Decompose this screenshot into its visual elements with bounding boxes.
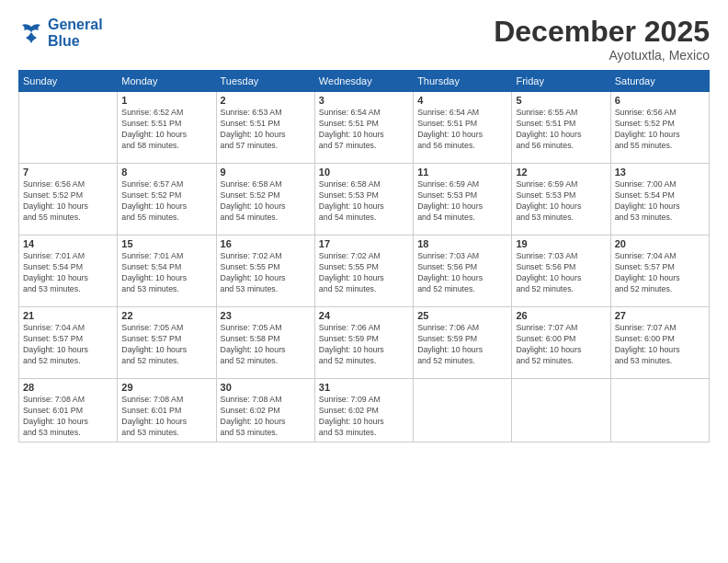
calendar-week-row: 1Sunrise: 6:52 AM Sunset: 5:51 PM Daylig… xyxy=(19,92,710,164)
logo: General Blue xyxy=(18,17,103,49)
cell-info: Sunrise: 7:09 AM Sunset: 6:02 PM Dayligh… xyxy=(319,395,409,439)
day-number: 21 xyxy=(23,310,113,321)
day-number: 25 xyxy=(417,310,507,321)
cell-info: Sunrise: 7:05 AM Sunset: 5:57 PM Dayligh… xyxy=(121,323,211,367)
cell-info: Sunrise: 7:03 AM Sunset: 5:56 PM Dayligh… xyxy=(516,251,606,295)
day-number: 14 xyxy=(23,238,113,249)
day-number: 6 xyxy=(615,95,705,106)
cell-info: Sunrise: 7:01 AM Sunset: 5:54 PM Dayligh… xyxy=(23,251,113,295)
cell-info: Sunrise: 7:00 AM Sunset: 5:54 PM Dayligh… xyxy=(615,179,705,224)
day-number: 29 xyxy=(121,382,211,393)
day-number: 5 xyxy=(516,95,606,106)
calendar-week-row: 7Sunrise: 6:56 AM Sunset: 5:52 PM Daylig… xyxy=(19,164,710,236)
day-number: 12 xyxy=(516,167,606,178)
calendar-cell: 28Sunrise: 7:08 AM Sunset: 6:01 PM Dayli… xyxy=(19,379,118,442)
calendar-cell: 27Sunrise: 7:07 AM Sunset: 6:00 PM Dayli… xyxy=(610,307,709,379)
cell-info: Sunrise: 7:05 AM Sunset: 5:58 PM Dayligh… xyxy=(221,323,311,367)
day-number: 11 xyxy=(417,167,507,178)
day-number: 22 xyxy=(121,310,211,321)
calendar-cell xyxy=(19,92,118,164)
calendar-cell: 20Sunrise: 7:04 AM Sunset: 5:57 PM Dayli… xyxy=(610,236,709,307)
calendar-cell: 13Sunrise: 7:00 AM Sunset: 5:54 PM Dayli… xyxy=(610,164,709,236)
day-number: 10 xyxy=(319,167,409,178)
calendar-cell: 5Sunrise: 6:55 AM Sunset: 5:51 PM Daylig… xyxy=(512,92,610,164)
cell-info: Sunrise: 6:56 AM Sunset: 5:52 PM Dayligh… xyxy=(615,108,705,152)
cell-info: Sunrise: 7:04 AM Sunset: 5:57 PM Dayligh… xyxy=(23,323,113,367)
calendar-week-row: 14Sunrise: 7:01 AM Sunset: 5:54 PM Dayli… xyxy=(19,236,710,307)
cell-info: Sunrise: 6:52 AM Sunset: 5:51 PM Dayligh… xyxy=(121,108,211,152)
calendar-cell: 25Sunrise: 7:06 AM Sunset: 5:59 PM Dayli… xyxy=(414,307,512,379)
weekday-header: Saturday xyxy=(610,71,709,92)
cell-info: Sunrise: 7:07 AM Sunset: 6:00 PM Dayligh… xyxy=(615,323,705,367)
title-block: December 2025 Ayotuxtla, Mexico xyxy=(494,17,710,63)
cell-info: Sunrise: 6:57 AM Sunset: 5:52 PM Dayligh… xyxy=(121,179,211,224)
cell-info: Sunrise: 7:08 AM Sunset: 6:01 PM Dayligh… xyxy=(121,395,211,439)
month-title: December 2025 xyxy=(494,17,710,46)
day-number: 17 xyxy=(319,238,409,249)
day-number: 24 xyxy=(319,310,409,321)
day-number: 1 xyxy=(121,95,211,106)
calendar-week-row: 28Sunrise: 7:08 AM Sunset: 6:01 PM Dayli… xyxy=(19,379,710,442)
header: General Blue December 2025 Ayotuxtla, Me… xyxy=(18,17,710,63)
calendar-cell: 19Sunrise: 7:03 AM Sunset: 5:56 PM Dayli… xyxy=(512,236,610,307)
calendar-cell: 29Sunrise: 7:08 AM Sunset: 6:01 PM Dayli… xyxy=(118,379,216,442)
weekday-header: Sunday xyxy=(19,71,118,92)
location: Ayotuxtla, Mexico xyxy=(494,48,710,63)
calendar-cell: 17Sunrise: 7:02 AM Sunset: 5:55 PM Dayli… xyxy=(314,236,413,307)
cell-info: Sunrise: 6:55 AM Sunset: 5:51 PM Dayligh… xyxy=(516,108,606,152)
weekday-header-row: SundayMondayTuesdayWednesdayThursdayFrid… xyxy=(19,71,710,92)
calendar-cell: 3Sunrise: 6:54 AM Sunset: 5:51 PM Daylig… xyxy=(314,92,413,164)
calendar-cell: 23Sunrise: 7:05 AM Sunset: 5:58 PM Dayli… xyxy=(216,307,314,379)
day-number: 27 xyxy=(615,310,705,321)
weekday-header: Monday xyxy=(118,71,216,92)
calendar-cell: 30Sunrise: 7:08 AM Sunset: 6:02 PM Dayli… xyxy=(216,379,314,442)
calendar-cell: 7Sunrise: 6:56 AM Sunset: 5:52 PM Daylig… xyxy=(19,164,118,236)
calendar-week-row: 21Sunrise: 7:04 AM Sunset: 5:57 PM Dayli… xyxy=(19,307,710,379)
calendar-cell xyxy=(610,379,709,442)
day-number: 18 xyxy=(417,238,507,249)
day-number: 28 xyxy=(23,382,113,393)
calendar-cell: 14Sunrise: 7:01 AM Sunset: 5:54 PM Dayli… xyxy=(19,236,118,307)
calendar-cell: 10Sunrise: 6:58 AM Sunset: 5:53 PM Dayli… xyxy=(314,164,413,236)
cell-info: Sunrise: 6:54 AM Sunset: 5:51 PM Dayligh… xyxy=(319,108,409,152)
weekday-header: Thursday xyxy=(414,71,512,92)
day-number: 19 xyxy=(516,238,606,249)
day-number: 8 xyxy=(121,167,211,178)
calendar-cell: 31Sunrise: 7:09 AM Sunset: 6:02 PM Dayli… xyxy=(314,379,413,442)
day-number: 16 xyxy=(221,238,311,249)
cell-info: Sunrise: 7:02 AM Sunset: 5:55 PM Dayligh… xyxy=(319,251,409,295)
calendar-cell: 12Sunrise: 6:59 AM Sunset: 5:53 PM Dayli… xyxy=(512,164,610,236)
cell-info: Sunrise: 6:54 AM Sunset: 5:51 PM Dayligh… xyxy=(417,108,507,152)
cell-info: Sunrise: 7:08 AM Sunset: 6:02 PM Dayligh… xyxy=(221,395,311,439)
calendar-cell: 1Sunrise: 6:52 AM Sunset: 5:51 PM Daylig… xyxy=(118,92,216,164)
calendar: SundayMondayTuesdayWednesdayThursdayFrid… xyxy=(18,70,710,442)
cell-info: Sunrise: 7:02 AM Sunset: 5:55 PM Dayligh… xyxy=(221,251,311,295)
calendar-cell: 4Sunrise: 6:54 AM Sunset: 5:51 PM Daylig… xyxy=(414,92,512,164)
calendar-cell: 26Sunrise: 7:07 AM Sunset: 6:00 PM Dayli… xyxy=(512,307,610,379)
cell-info: Sunrise: 6:58 AM Sunset: 5:53 PM Dayligh… xyxy=(319,179,409,224)
day-number: 9 xyxy=(221,167,311,178)
cell-info: Sunrise: 7:03 AM Sunset: 5:56 PM Dayligh… xyxy=(417,251,507,295)
calendar-cell xyxy=(512,379,610,442)
cell-info: Sunrise: 7:06 AM Sunset: 5:59 PM Dayligh… xyxy=(417,323,507,367)
cell-info: Sunrise: 7:06 AM Sunset: 5:59 PM Dayligh… xyxy=(319,323,409,367)
cell-info: Sunrise: 6:58 AM Sunset: 5:52 PM Dayligh… xyxy=(221,179,311,224)
calendar-cell: 6Sunrise: 6:56 AM Sunset: 5:52 PM Daylig… xyxy=(610,92,709,164)
cell-info: Sunrise: 6:59 AM Sunset: 5:53 PM Dayligh… xyxy=(417,179,507,224)
day-number: 26 xyxy=(516,310,606,321)
cell-info: Sunrise: 6:56 AM Sunset: 5:52 PM Dayligh… xyxy=(23,179,113,224)
day-number: 13 xyxy=(615,167,705,178)
weekday-header: Tuesday xyxy=(216,71,314,92)
weekday-header: Friday xyxy=(512,71,610,92)
cell-info: Sunrise: 7:07 AM Sunset: 6:00 PM Dayligh… xyxy=(516,323,606,367)
day-number: 7 xyxy=(23,167,113,178)
cell-info: Sunrise: 7:04 AM Sunset: 5:57 PM Dayligh… xyxy=(615,251,705,295)
cell-info: Sunrise: 7:01 AM Sunset: 5:54 PM Dayligh… xyxy=(121,251,211,295)
day-number: 20 xyxy=(615,238,705,249)
calendar-cell: 2Sunrise: 6:53 AM Sunset: 5:51 PM Daylig… xyxy=(216,92,314,164)
calendar-cell: 11Sunrise: 6:59 AM Sunset: 5:53 PM Dayli… xyxy=(414,164,512,236)
cell-info: Sunrise: 6:53 AM Sunset: 5:51 PM Dayligh… xyxy=(221,108,311,152)
calendar-cell: 22Sunrise: 7:05 AM Sunset: 5:57 PM Dayli… xyxy=(118,307,216,379)
logo-text: General Blue xyxy=(48,17,103,49)
day-number: 30 xyxy=(221,382,311,393)
